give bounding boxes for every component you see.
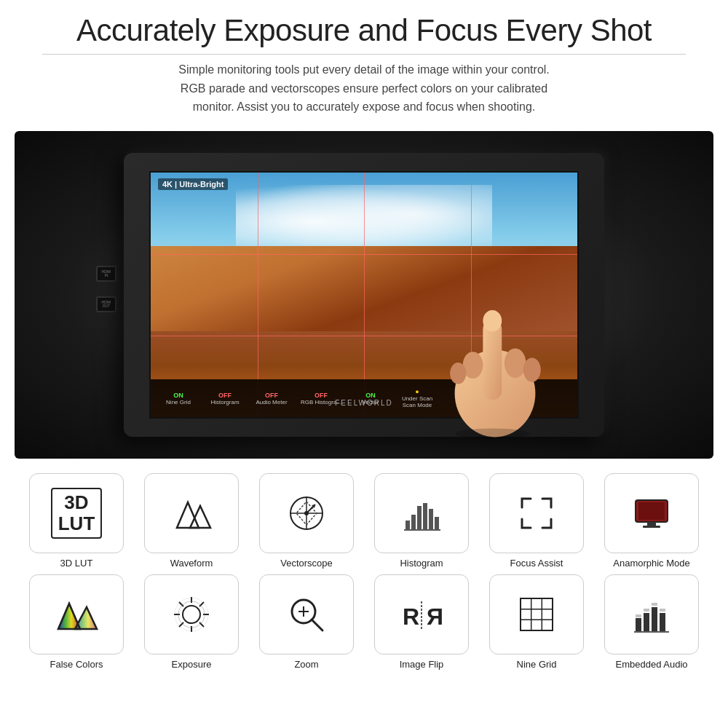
svg-rect-57 <box>652 607 657 631</box>
svg-rect-27 <box>643 526 660 528</box>
btn-audio-status: OFF <box>265 392 278 399</box>
feature-icon-box-audio <box>604 574 699 654</box>
hand-overlay <box>422 258 568 440</box>
svg-point-32 <box>183 606 200 623</box>
svg-rect-56 <box>644 613 649 631</box>
svg-rect-19 <box>417 506 422 529</box>
hdmi-out-port: HDMIOUT <box>96 296 116 312</box>
feature-anamorphic-mode: Anamorphic Mode <box>597 473 706 569</box>
btn-nine-grid-status: ON <box>173 392 183 399</box>
feature-icon-box-focus-assist <box>489 473 584 553</box>
feature-label-anamorphic: Anamorphic Mode <box>613 558 690 569</box>
svg-rect-58 <box>660 613 665 631</box>
svg-rect-18 <box>411 515 416 529</box>
btn-audio-name: Audio Meter <box>256 399 287 405</box>
feature-false-colors: False Colors <box>22 574 131 670</box>
page-container: Accurately Exposure and Focus Every Shot… <box>0 0 728 728</box>
feature-label-focus-assist: Focus Assist <box>510 558 563 569</box>
feature-label-exposure: Exposure <box>172 659 212 670</box>
btn-audio-meter: OFF Audio Meter <box>250 390 293 407</box>
feature-icon-box-exposure <box>144 574 239 654</box>
btn-vector-status: ON <box>365 392 376 399</box>
btn-nine-grid: ON Nine Grid <box>157 390 200 407</box>
feature-icon-box-zoom <box>259 574 354 654</box>
feature-icon-box-nine-grid <box>489 574 584 654</box>
feature-vectorscope: Vectorscope <box>252 473 361 569</box>
svg-text:R: R <box>427 604 443 630</box>
page-title: Accurately Exposure and Focus Every Shot <box>22 13 706 48</box>
svg-point-6 <box>450 363 466 384</box>
divider <box>42 54 686 55</box>
svg-rect-21 <box>429 509 433 529</box>
anamorphic-icon <box>630 491 673 535</box>
svg-rect-60 <box>636 614 641 617</box>
feature-icon-box-anamorphic <box>604 473 699 553</box>
btn-histogram-name: Historgram <box>210 399 239 405</box>
subtitle: Simple monitoring tools put every detail… <box>51 60 677 116</box>
feature-image-flip: R R Image Flip <box>367 574 476 670</box>
image-flip-icon: R R <box>400 593 443 636</box>
exposure-icon <box>170 593 213 636</box>
feature-label-waveform: Waveform <box>170 558 213 569</box>
hdmi-in-port: HDMIIN <box>96 266 116 282</box>
feature-waveform: Waveform <box>137 473 246 569</box>
feature-label-flip: Image Flip <box>400 659 444 670</box>
btn-scan-status: ● <box>415 388 419 395</box>
waveform-icon <box>170 491 213 535</box>
hand-icon <box>426 266 564 440</box>
svg-rect-25 <box>638 502 665 520</box>
3d-lut-icon: 3DLUT <box>51 488 103 538</box>
svg-text:R: R <box>403 604 419 630</box>
svg-rect-20 <box>423 503 427 529</box>
feature-label-3d-lut: 3D LUT <box>60 558 93 569</box>
feature-nine-grid: Nine Grid <box>482 574 591 670</box>
feature-histogram: Histogram <box>367 473 476 569</box>
svg-point-7 <box>456 428 530 439</box>
feature-3d-lut: 3DLUT 3D LUT <box>22 473 131 569</box>
screen-badge: 4K | Ultra-Bright <box>158 178 228 190</box>
feature-focus-assist: Focus Assist <box>482 473 591 569</box>
feature-icon-box-false-colors <box>29 574 124 654</box>
feature-exposure: Exposure <box>137 574 246 670</box>
screen-brand: FEELWORLD <box>335 399 393 407</box>
feature-icon-box-flip: R R <box>374 574 469 654</box>
side-ports: HDMIIN HDMIOUT <box>96 266 116 312</box>
feature-icon-box-histogram <box>374 473 469 553</box>
svg-rect-1 <box>483 320 502 400</box>
vectorscope-icon <box>285 491 328 535</box>
zoom-icon <box>285 593 328 636</box>
feature-label-nine-grid: Nine Grid <box>517 659 557 670</box>
hdmi-in-label: HDMIIN <box>102 270 111 278</box>
feature-embedded-audio: Embedded Audio <box>597 574 706 670</box>
svg-point-3 <box>505 349 526 379</box>
svg-rect-22 <box>435 517 439 529</box>
svg-point-2 <box>483 310 502 332</box>
feature-icon-box-3d-lut: 3DLUT <box>29 473 124 553</box>
histogram-icon <box>400 491 443 535</box>
btn-histogram-status: OFF <box>218 392 232 399</box>
feature-label-audio: Embedded Audio <box>615 659 687 670</box>
feature-label-zoom: Zoom <box>294 659 318 670</box>
monitor-body: HDMIIN HDMIOUT <box>116 149 612 440</box>
monitor-section: HDMIIN HDMIOUT <box>15 131 713 459</box>
btn-histogram: OFF Historgram <box>203 390 247 407</box>
svg-marker-9 <box>190 506 210 528</box>
false-colors-icon <box>55 593 98 636</box>
feature-zoom: Zoom <box>252 574 361 670</box>
header-section: Accurately Exposure and Focus Every Shot… <box>0 0 728 124</box>
embedded-audio-icon <box>630 593 673 636</box>
svg-rect-50 <box>521 598 553 630</box>
features-section: 3DLUT 3D LUT Waveform <box>15 473 713 670</box>
feature-icon-box-vectorscope <box>259 473 354 553</box>
feature-label-histogram: Histogram <box>400 558 443 569</box>
feature-label-false-colors: False Colors <box>50 659 103 670</box>
focus-assist-icon <box>515 491 558 535</box>
feature-icon-box-waveform <box>144 473 239 553</box>
svg-rect-62 <box>652 603 657 606</box>
btn-nine-grid-name: Nine Grid <box>166 399 191 405</box>
svg-rect-17 <box>405 521 410 529</box>
svg-line-44 <box>312 620 323 630</box>
svg-point-4 <box>523 358 541 382</box>
svg-rect-61 <box>644 609 649 612</box>
svg-rect-55 <box>636 618 641 631</box>
